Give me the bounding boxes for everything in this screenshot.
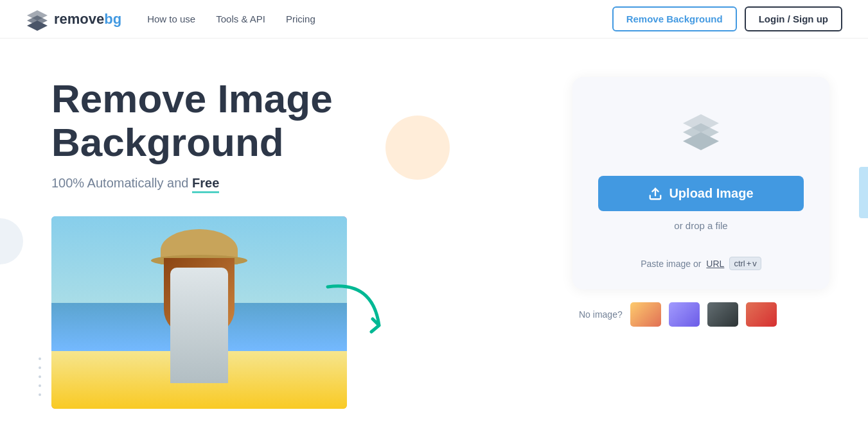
hero-subtitle: 100% Automatically and Free (51, 176, 547, 191)
left-side: Remove Image Background 100% Automatical… (51, 77, 547, 411)
no-image-label: No image? (579, 309, 623, 320)
logo-icon (26, 8, 49, 31)
nav-link-tools-api[interactable]: Tools & API (216, 13, 265, 24)
thumbnail-3[interactable] (707, 302, 738, 327)
logo-text: removebg (54, 11, 121, 28)
upload-icon (648, 187, 662, 201)
left-circle-decoration (0, 218, 23, 264)
upload-card: Upload Image or drop a file Paste image … (572, 77, 829, 289)
blob-decoration (385, 116, 450, 180)
nav-right: Remove Background Login / Sign up (612, 6, 842, 31)
upload-icon-wrapper (678, 109, 724, 158)
nav-link-how-to-use[interactable]: How to use (147, 13, 195, 24)
stack-layers-icon (678, 109, 724, 155)
right-side: Upload Image or drop a file Paste image … (572, 77, 829, 327)
remove-background-button[interactable]: Remove Background (612, 6, 737, 31)
thumbnail-2[interactable] (669, 302, 700, 327)
arrow-decoration (321, 274, 398, 351)
nav-left: removebg How to use Tools & API Pricing (26, 8, 315, 31)
demo-image-wrapper (51, 216, 347, 409)
nav-links: How to use Tools & API Pricing (147, 13, 315, 24)
navbar: removebg How to use Tools & API Pricing … (0, 0, 868, 39)
nav-link-pricing[interactable]: Pricing (286, 13, 315, 24)
upload-image-button[interactable]: Upload Image (598, 176, 804, 211)
hero-title: Remove Image Background (51, 77, 547, 164)
demo-image (51, 216, 347, 409)
paste-url-link[interactable]: URL (706, 259, 724, 269)
or-drop-label: or drop a file (674, 220, 727, 231)
main-content: Remove Image Background 100% Automatical… (0, 39, 868, 421)
logo[interactable]: removebg (26, 8, 121, 31)
person-body (170, 268, 228, 383)
paste-row: Paste image or URL ctrl + v (598, 257, 804, 270)
thumbnails-row: No image? (572, 302, 829, 327)
keyboard-shortcut: ctrl + v (729, 257, 761, 270)
right-bar-decoration (859, 167, 868, 218)
thumbnail-4[interactable] (746, 302, 777, 327)
login-signup-button[interactable]: Login / Sign up (745, 6, 842, 31)
thumbnail-1[interactable] (630, 302, 661, 327)
person-figure (135, 229, 263, 409)
